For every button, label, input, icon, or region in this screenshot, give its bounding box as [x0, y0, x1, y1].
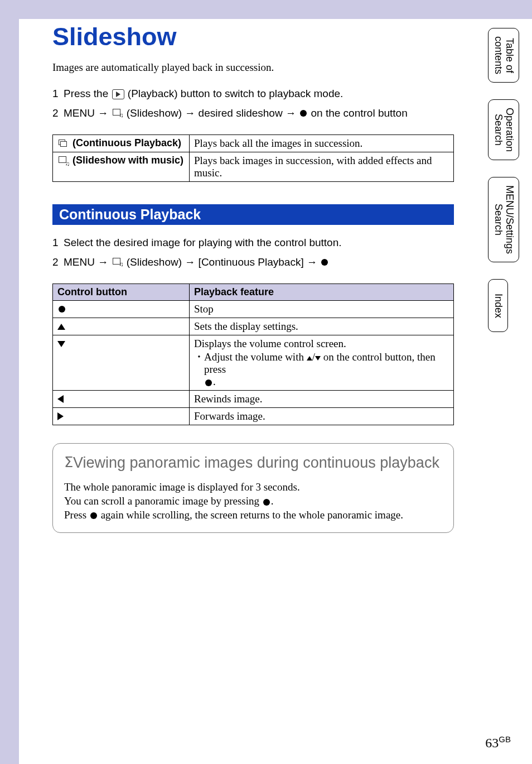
down-icon [57, 341, 65, 347]
step-text: (Slideshow) [124, 256, 185, 268]
center-button-icon [59, 306, 65, 313]
tab-contents[interactable]: Table of contents [488, 28, 519, 83]
tip-line: again while scrolling, the screen return… [98, 509, 403, 521]
cell-feature: Sets the display settings. [190, 318, 454, 335]
tip-title-text: Viewing panoramic images during continuo… [73, 454, 439, 471]
step-1: 1 Press the (Playback) button to switch … [52, 86, 454, 102]
center-button-icon [300, 110, 307, 117]
step-text-suffix: (Playback) button to switch to playback … [125, 88, 344, 99]
step-num: 2 [52, 254, 64, 271]
step-num: 1 [52, 86, 64, 102]
tab-operation[interactable]: Operation Search [488, 99, 519, 160]
table-row: (Slideshow with music) Plays back images… [53, 152, 454, 182]
table-header-row: Control button Playback feature [53, 284, 454, 301]
tip-line: Press [64, 509, 89, 521]
table-row: Forwards image. [53, 408, 454, 425]
up-icon [307, 356, 312, 361]
mode-table: (Continuous Playback) Plays back all the… [52, 134, 454, 182]
bullet-icon: • [194, 351, 204, 388]
control-table: Control button Playback feature Stop Set… [52, 284, 454, 425]
arrow-icon: → [98, 107, 108, 119]
arrow-icon: → [307, 256, 317, 268]
step-text: Select the desired image for playing wit… [64, 235, 454, 251]
table-row: Sets the display settings. [53, 318, 454, 335]
step-num: 1 [52, 235, 64, 251]
section-steps: 1 Select the desired image for playing w… [52, 235, 454, 270]
step-text: [Continuous Playback] [195, 256, 307, 268]
col-header: Control button [53, 284, 190, 301]
slideshow-music-icon [59, 156, 69, 165]
tab-index[interactable]: Index [488, 279, 508, 332]
right-icon [57, 412, 64, 420]
step-text-prefix: Press the [64, 88, 112, 99]
step-text: MENU [64, 256, 98, 268]
main-steps: 1 Press the (Playback) button to switch … [52, 86, 454, 121]
arrow-icon: → [286, 107, 296, 119]
step-text: MENU [64, 107, 98, 119]
step-2: 2 MENU → (Slideshow) → desired slideshow… [52, 105, 454, 122]
cell-feature: Rewinds image. [190, 391, 454, 408]
tip-box: ⵉViewing panoramic images during continu… [52, 443, 454, 533]
cell-label: (Continuous Playback) [70, 137, 181, 148]
sidebar-tabs: Table of contents Operation Search MENU/… [488, 28, 519, 349]
arrow-icon: → [98, 256, 108, 268]
cell-feature: Forwards image. [190, 408, 454, 425]
slideshow-icon [113, 258, 123, 267]
slideshow-icon [113, 109, 123, 118]
step-2: 2 MENU → (Slideshow) → [Continuous Playb… [52, 254, 454, 271]
tip-line: . [271, 495, 274, 507]
down-icon [315, 356, 321, 361]
section-header: Continuous Playback [52, 204, 454, 225]
table-row: Displays the volume control screen. • Ad… [53, 335, 454, 391]
tip-line: The whole panoramic image is displayed f… [64, 480, 442, 494]
cell-desc: Plays back images in succession, with ad… [190, 152, 454, 182]
table-row: (Continuous Playback) Plays back all the… [53, 135, 454, 152]
arrow-icon: → [185, 256, 195, 268]
sub-text: Adjust the volume with [204, 351, 307, 363]
step-text: desired slideshow [195, 107, 286, 119]
tip-line: You can scroll a panoramic image by pres… [64, 495, 262, 507]
center-button-icon [321, 259, 328, 266]
cell-desc: Plays back all the images in succession. [190, 135, 454, 152]
table-row: Stop [53, 301, 454, 318]
center-button-icon [263, 499, 270, 506]
page-number: 63GB [485, 734, 511, 751]
left-bar [0, 0, 19, 764]
tab-menu-settings[interactable]: MENU/Settings Search [488, 177, 519, 262]
center-button-icon [90, 512, 97, 519]
table-row: Rewinds image. [53, 391, 454, 408]
continuous-playback-icon [59, 139, 69, 148]
top-bar [0, 0, 532, 19]
left-icon [57, 395, 64, 403]
cell-label: (Slideshow with music) [70, 155, 183, 166]
step-num: 2 [52, 105, 64, 122]
step-1: 1 Select the desired image for playing w… [52, 235, 454, 251]
center-button-icon [205, 379, 212, 386]
col-header: Playback feature [190, 284, 454, 301]
cell-feature: Displays the volume control screen. [194, 338, 346, 349]
page-locale: GB [499, 734, 511, 744]
cell-feature: Stop [190, 301, 454, 318]
page-num: 63 [485, 736, 499, 750]
up-icon [57, 324, 65, 330]
playback-icon [112, 89, 124, 99]
arrow-icon: → [185, 107, 195, 119]
intro-text: Images are automatically played back in … [52, 61, 454, 74]
tip-bulb-icon: ⵉ [64, 453, 73, 472]
step-text: on the control button [308, 107, 408, 119]
step-text: (Slideshow) [124, 107, 185, 119]
page-title: Slideshow [52, 22, 454, 51]
